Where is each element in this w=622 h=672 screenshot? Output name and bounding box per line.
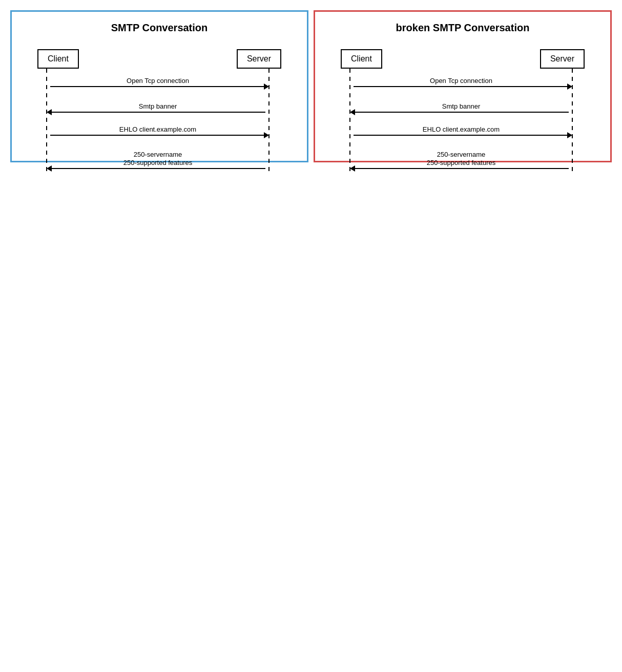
right-client-box: Client — [341, 49, 382, 69]
svg-text:EHLO client.example.com: EHLO client.example.com — [119, 125, 196, 133]
right-diagram: broken SMTP Conversation Client Server O… — [314, 10, 612, 162]
right-actors-row: Client Server — [320, 49, 605, 69]
svg-marker-15 — [47, 165, 52, 172]
right-sequence-svg: Open Tcp connection Smtp banner EHLO cli… — [320, 69, 605, 145]
svg-text:Smtp banner: Smtp banner — [442, 102, 481, 110]
svg-text:250-supported features: 250-supported features — [123, 159, 193, 166]
left-diagram: SMTP Conversation Client Server — [10, 10, 308, 162]
svg-text:250-servername: 250-servername — [134, 151, 182, 158]
svg-text:250-supported features: 250-supported features — [427, 159, 496, 166]
svg-marker-5 — [264, 83, 269, 90]
svg-marker-8 — [47, 109, 52, 115]
svg-text:EHLO client.example.com: EHLO client.example.com — [423, 125, 500, 133]
left-client-box: Client — [37, 49, 79, 69]
svg-text:Smtp banner: Smtp banner — [139, 102, 177, 110]
left-diagram-title: SMTP Conversation — [17, 22, 302, 34]
svg-marker-11 — [264, 132, 269, 138]
right-diagram-title: broken SMTP Conversation — [320, 22, 605, 34]
svg-marker-66 — [567, 132, 572, 138]
left-server-box: Server — [237, 49, 281, 69]
right-server-box: Server — [540, 49, 585, 69]
svg-text:Open Tcp connection: Open Tcp connection — [430, 77, 492, 85]
svg-marker-60 — [567, 83, 572, 90]
svg-text:250-servername: 250-servername — [437, 151, 486, 158]
diagrams-container: SMTP Conversation Client Server — [10, 10, 612, 162]
left-actors-row: Client Server — [17, 49, 302, 69]
svg-marker-63 — [350, 109, 355, 115]
svg-text:Open Tcp connection: Open Tcp connection — [127, 77, 189, 85]
left-sequence-area: Client Server Open Tcp connection — [17, 49, 302, 145]
right-sequence-area: Client Server Open Tcp connection Smtp b… — [320, 49, 605, 145]
svg-marker-70 — [350, 165, 355, 172]
left-sequence-svg: Open Tcp connection Smtp banner EHLO cli… — [17, 69, 302, 145]
